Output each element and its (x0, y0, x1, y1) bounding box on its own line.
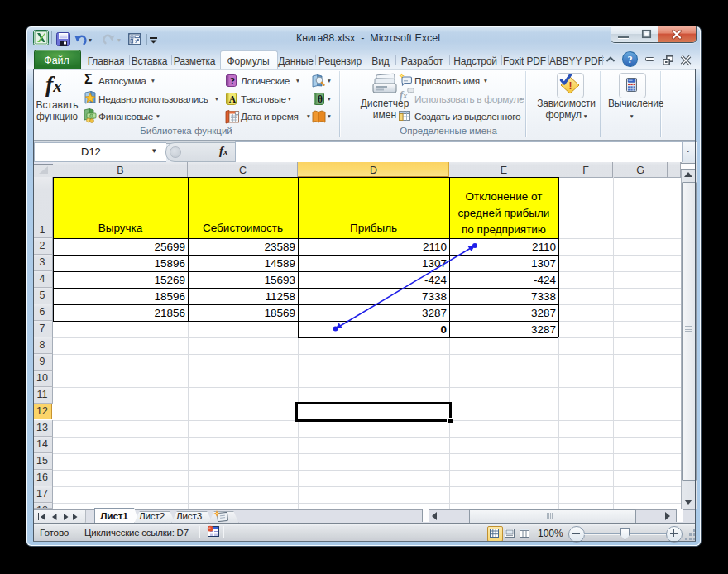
svg-text:!: ! (569, 80, 572, 92)
svg-text:?: ? (627, 54, 632, 65)
svg-text:?: ? (230, 76, 235, 86)
svg-text:A: A (229, 94, 237, 104)
svg-text:θ: θ (318, 94, 323, 104)
